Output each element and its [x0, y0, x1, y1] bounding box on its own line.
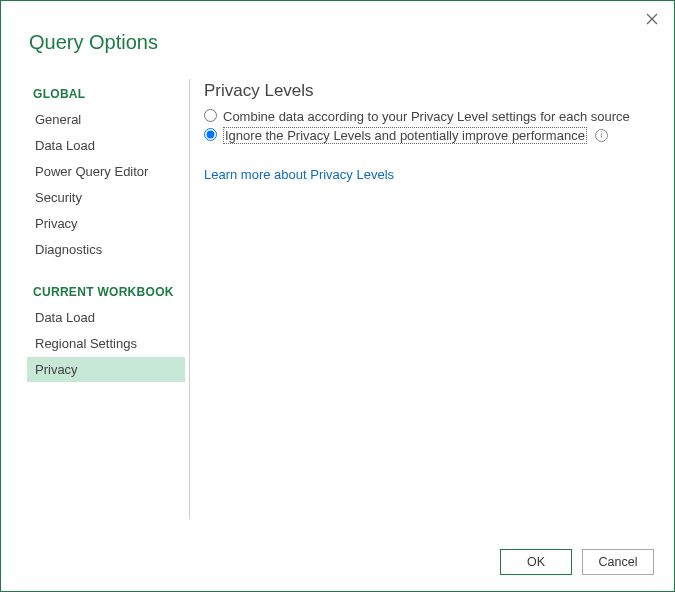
query-options-dialog: Query Options GLOBAL General Data Load P…: [0, 0, 675, 592]
sidebar-item-general[interactable]: General: [27, 107, 185, 132]
privacy-option-ignore[interactable]: Ignore the Privacy Levels and potentiall…: [204, 127, 654, 144]
dialog-title: Query Options: [29, 31, 158, 54]
sidebar-item-label: General: [35, 112, 81, 127]
sidebar-item-data-load[interactable]: Data Load: [27, 133, 185, 158]
vertical-divider: [189, 79, 190, 519]
sidebar-item-security[interactable]: Security: [27, 185, 185, 210]
sidebar-item-label: Regional Settings: [35, 336, 137, 351]
sidebar-item-label: Privacy: [35, 216, 78, 231]
sidebar: GLOBAL General Data Load Power Query Edi…: [27, 75, 185, 531]
ok-button[interactable]: OK: [500, 549, 572, 575]
cancel-button[interactable]: Cancel: [582, 549, 654, 575]
radio-ignore[interactable]: [204, 128, 217, 141]
close-icon: [646, 13, 658, 25]
sidebar-item-label: Security: [35, 190, 82, 205]
sidebar-item-privacy-global[interactable]: Privacy: [27, 211, 185, 236]
radio-label: Combine data according to your Privacy L…: [223, 109, 630, 124]
sidebar-item-diagnostics[interactable]: Diagnostics: [27, 237, 185, 262]
sidebar-item-power-query-editor[interactable]: Power Query Editor: [27, 159, 185, 184]
sidebar-item-label: Privacy: [35, 362, 78, 377]
sidebar-item-label: Diagnostics: [35, 242, 102, 257]
radio-label: Ignore the Privacy Levels and potentiall…: [223, 127, 587, 144]
dialog-footer: OK Cancel: [500, 549, 654, 575]
close-button[interactable]: [642, 9, 662, 29]
sidebar-item-privacy-workbook[interactable]: Privacy: [27, 357, 185, 382]
dialog-body: GLOBAL General Data Load Power Query Edi…: [27, 75, 654, 531]
sidebar-header-global: GLOBAL: [27, 83, 185, 107]
sidebar-item-data-load-workbook[interactable]: Data Load: [27, 305, 185, 330]
radio-combine[interactable]: [204, 109, 217, 122]
sidebar-item-label: Data Load: [35, 138, 95, 153]
info-icon[interactable]: i: [595, 129, 608, 142]
sidebar-item-label: Power Query Editor: [35, 164, 148, 179]
sidebar-item-label: Data Load: [35, 310, 95, 325]
learn-more-link[interactable]: Learn more about Privacy Levels: [204, 167, 394, 182]
privacy-option-combine[interactable]: Combine data according to your Privacy L…: [204, 109, 654, 124]
content-panel: Privacy Levels Combine data according to…: [204, 75, 654, 531]
sidebar-header-workbook: CURRENT WORKBOOK: [27, 281, 185, 305]
content-heading: Privacy Levels: [204, 81, 654, 101]
sidebar-item-regional-settings[interactable]: Regional Settings: [27, 331, 185, 356]
